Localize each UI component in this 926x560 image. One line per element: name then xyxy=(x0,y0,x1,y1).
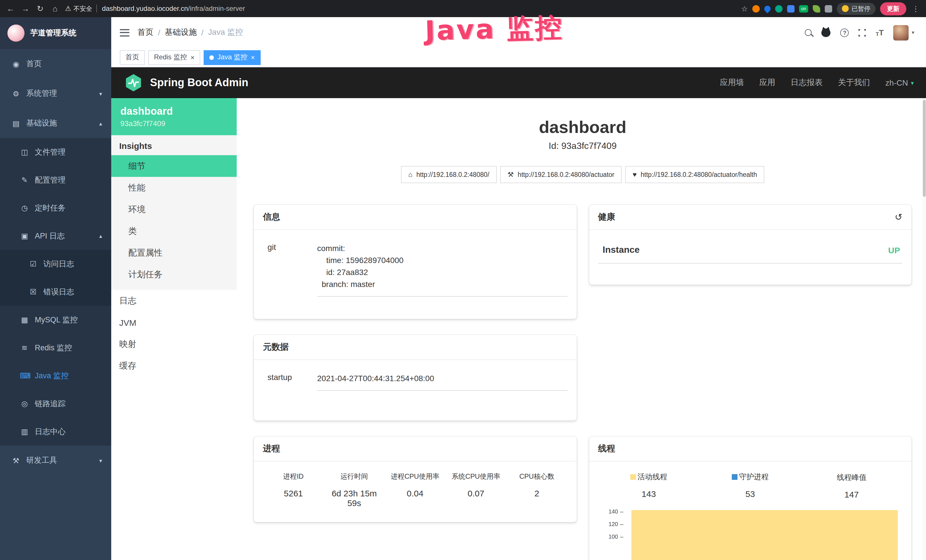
scrollbar xyxy=(922,98,926,560)
reload-button[interactable]: ↻ xyxy=(35,4,45,13)
chevron-up-icon: ▴ xyxy=(99,233,102,239)
sidebar-item-link-tracing[interactable]: ◎ 链路追踪 xyxy=(0,390,111,418)
extension-teal-icon[interactable] xyxy=(775,5,782,12)
access-log-icon: ☑ xyxy=(29,260,38,268)
tab-redis-monitor[interactable]: Redis 监控 × xyxy=(148,50,200,65)
search-icon[interactable] xyxy=(805,29,812,36)
sba-menu-classes[interactable]: 类 xyxy=(111,220,237,242)
sba-menu-config-props[interactable]: 配置属性 xyxy=(111,242,237,263)
link-url: http://192.168.0.2:48080/ xyxy=(416,171,489,178)
dashboard-icon: ◉ xyxy=(11,60,21,68)
github-icon[interactable] xyxy=(822,28,831,37)
sidebar-item-label: 系统管理 xyxy=(26,88,57,99)
card-title: 信息 xyxy=(254,205,576,230)
breadcrumb-section[interactable]: 基础设施 xyxy=(165,27,197,38)
close-icon[interactable]: × xyxy=(191,54,195,61)
extensions-puzzle-icon[interactable] xyxy=(825,5,832,12)
app-shell: 芋道管理系统 ◉ 首页 ⚙ 系统管理 ▾ ▤ 基础设施 ▴ ◫ 文件管理 ✎ xyxy=(0,17,926,560)
card-title: 健康 xyxy=(598,212,615,222)
extension-pin-icon[interactable] xyxy=(763,4,772,13)
sidebar-item-access-logs[interactable]: ☑ 访问日志 xyxy=(0,250,111,278)
sba-brand-title[interactable]: Spring Boot Admin xyxy=(150,76,248,89)
trace-icon: ◎ xyxy=(20,400,29,408)
tab-java-monitor[interactable]: Java 监控 × xyxy=(204,50,260,65)
sba-menu-caches[interactable]: 缓存 xyxy=(111,355,237,377)
tab-home[interactable]: 首页 xyxy=(120,50,145,65)
address-bar[interactable]: ⚠ 不安全 dashboard.yudao.iocoder.cn/infra/a… xyxy=(65,4,736,13)
sba-instance-header[interactable]: dashboard 93a3fc7f7409 xyxy=(111,98,237,135)
scrollbar-thumb[interactable] xyxy=(923,100,926,197)
sba-body: dashboard 93a3fc7f7409 Insights 细节 性能 环境… xyxy=(111,98,926,560)
sba-menu-scheduled-tasks[interactable]: 计划任务 xyxy=(111,263,237,285)
instance-links: ⌂ http://192.168.0.2:48080/ ⚒ http://192… xyxy=(254,166,911,183)
sidebar-item-infrastructure[interactable]: ▤ 基础设施 ▴ xyxy=(0,108,111,138)
extension-leaf-icon[interactable] xyxy=(813,5,820,12)
close-icon[interactable]: × xyxy=(251,54,255,61)
chrome-update-button[interactable]: 更新 xyxy=(880,2,906,15)
wrench-icon: ⚒ xyxy=(508,171,514,179)
sba-menu-environment[interactable]: 环境 xyxy=(111,198,237,220)
instance-link-actuator[interactable]: ⚒ http://192.168.0.2:48080/actuator xyxy=(500,166,622,183)
sba-nav-wallboard[interactable]: 应用墙 xyxy=(720,77,744,88)
browser-menu-icon[interactable]: ⋮ xyxy=(911,4,921,13)
java-icon: ⌨ xyxy=(20,371,29,380)
sidebar-item-redis-monitor[interactable]: ≋ Redis 监控 xyxy=(0,334,111,362)
breadcrumb-separator: / xyxy=(201,28,204,37)
sidebar-item-file-management[interactable]: ◫ 文件管理 xyxy=(0,138,111,166)
extension-orange-icon[interactable] xyxy=(752,5,760,12)
instance-link-home[interactable]: ⌂ http://192.168.0.2:48080/ xyxy=(401,166,497,183)
hamburger-icon[interactable] xyxy=(120,29,130,36)
file-icon: ◫ xyxy=(20,148,29,156)
sba-nav-applications[interactable]: 应用 xyxy=(760,77,775,88)
forward-button[interactable]: → xyxy=(21,4,30,13)
legend-live-threads: 活动线程 143 xyxy=(598,472,699,499)
card-title: 进程 xyxy=(254,436,576,462)
sidebar-item-api-logs[interactable]: ▣ API 日志 ▴ xyxy=(0,222,111,250)
sidebar-item-system-management[interactable]: ⚙ 系统管理 ▾ xyxy=(0,79,111,108)
sba-sidebar: dashboard 93a3fc7f7409 Insights 细节 性能 环境… xyxy=(111,98,237,560)
extension-on-icon[interactable]: on xyxy=(799,5,808,12)
security-warning[interactable]: ⚠ 不安全 xyxy=(65,4,92,13)
instance-link-health[interactable]: ♥ http://192.168.0.2:48080/actuator/heal… xyxy=(625,166,764,183)
sba-insights-section: Insights 细节 性能 环境 类 配置属性 计划任务 xyxy=(111,135,237,290)
text-size-icon[interactable] xyxy=(876,28,884,37)
sidebar-item-dev-tools[interactable]: ⚒ 研发工具 ▾ xyxy=(0,446,111,475)
paused-badge[interactable]: 已暂停 xyxy=(837,3,876,15)
sba-menu-details[interactable]: 细节 xyxy=(111,155,237,177)
extension-grid-icon[interactable] xyxy=(787,5,794,12)
metadata-value: 2021-04-27T00:44:31.254+08:00 xyxy=(317,372,565,384)
fullscreen-icon[interactable] xyxy=(859,29,866,36)
sba-menu-metrics[interactable]: 性能 xyxy=(111,177,237,198)
emoji-face-icon xyxy=(842,5,849,12)
health-card: 健康 ↺ Instance UP xyxy=(589,205,911,285)
sidebar-item-home[interactable]: ◉ 首页 xyxy=(0,49,111,79)
user-avatar[interactable] xyxy=(893,25,914,40)
cards-right-column: 健康 ↺ Instance UP xyxy=(589,205,911,560)
tools-icon: ⚒ xyxy=(11,456,21,465)
legend-daemon-threads: 守护进程 53 xyxy=(699,472,801,499)
sba-menu-mappings[interactable]: 映射 xyxy=(111,333,237,355)
sidebar-item-error-logs[interactable]: ☒ 错误日志 xyxy=(0,278,111,306)
blue-swatch-icon xyxy=(731,474,737,480)
sba-menu-jvm[interactable]: JVM xyxy=(111,312,237,333)
metadata-card: 元数据 startup 2021-04-27T00:44:31.254+08:0… xyxy=(254,335,576,421)
breadcrumb-home[interactable]: 首页 xyxy=(138,27,153,38)
sidebar-item-scheduled-tasks[interactable]: ◷ 定时任务 xyxy=(0,194,111,222)
sidebar-item-log-center[interactable]: ▥ 日志中心 xyxy=(0,418,111,446)
bookmark-icon[interactable]: ☆ xyxy=(741,4,748,13)
sba-locale-select[interactable]: zh-CN ▾ xyxy=(885,78,914,87)
app-logo: 芋道管理系统 xyxy=(0,17,111,49)
help-icon[interactable] xyxy=(840,28,849,37)
sba-nav-about[interactable]: 关于我们 xyxy=(838,77,870,88)
history-icon[interactable]: ↺ xyxy=(895,212,902,222)
sidebar-item-config-management[interactable]: ✎ 配置管理 xyxy=(0,166,111,194)
process-col-uptime: 运行时间6d 23h 15m 59s xyxy=(324,472,384,508)
sidebar-item-mysql-monitor[interactable]: ▦ MySQL 监控 xyxy=(0,306,111,334)
sba-menu-logs[interactable]: 日志 xyxy=(111,290,237,312)
sidebar-item-java-monitor[interactable]: ⌨ Java 监控 xyxy=(0,362,111,390)
sidebar-item-label: 首页 xyxy=(26,59,42,69)
active-dot-icon xyxy=(209,55,214,60)
sba-nav-journal[interactable]: 日志报表 xyxy=(791,77,823,88)
home-button[interactable]: ⌂ xyxy=(50,4,60,13)
back-button[interactable]: ← xyxy=(6,4,15,13)
